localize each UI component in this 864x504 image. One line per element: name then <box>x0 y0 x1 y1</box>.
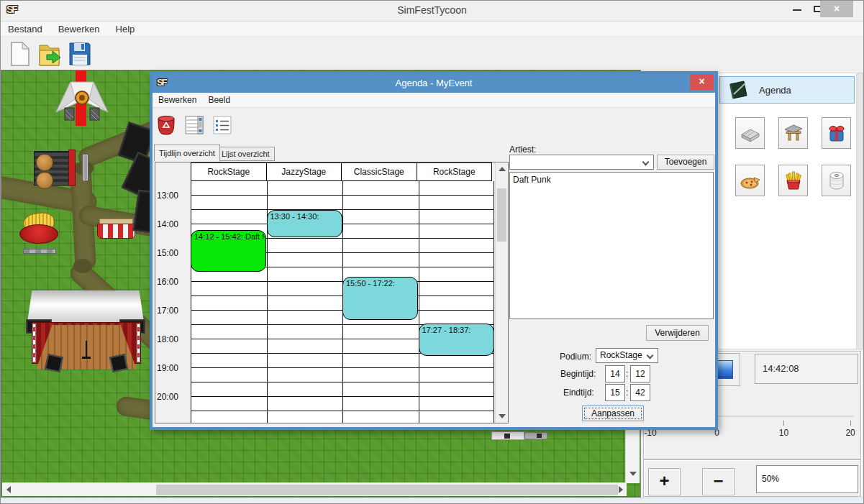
apply-button[interactable]: Aanpassen <box>582 406 644 421</box>
timetable-header: RockStageJazzyStageClassicStageRockStage <box>191 162 495 181</box>
end-time-label: Eindtijd: <box>563 388 594 398</box>
shop-item-fries[interactable] <box>778 165 808 196</box>
scrollbar-thumb[interactable] <box>156 485 618 495</box>
shop-item-stage-gate[interactable] <box>778 117 808 149</box>
list-view-button[interactable] <box>212 114 233 136</box>
new-file-button[interactable] <box>6 40 32 68</box>
toilet-paper-icon <box>826 170 847 191</box>
tab-list-overview[interactable]: Lijst overzicht <box>217 147 275 161</box>
trash-icon <box>155 114 177 136</box>
road-tile-icon <box>740 122 761 144</box>
fries-stand[interactable] <box>19 224 58 244</box>
agenda-dialog: SF Agenda - MyEvent × Bewerken Beeld <box>150 71 718 430</box>
shop-item-pizza[interactable] <box>735 165 765 196</box>
zoom-level-field[interactable]: 50% <box>756 465 858 493</box>
agenda-book-icon <box>727 79 749 101</box>
time-label: 19:00 <box>157 363 188 373</box>
dialog-menu-beeld[interactable]: Beeld <box>208 95 230 105</box>
new-file-icon <box>6 40 32 68</box>
tent[interactable] <box>53 79 111 124</box>
delete-button[interactable] <box>155 114 177 136</box>
time-colon: : <box>626 369 628 379</box>
time-label: 13:00 <box>157 191 188 201</box>
stage-monitor <box>45 354 63 372</box>
menu-bar: Bestand Bewerken Help <box>1 21 863 37</box>
map-horizontal-scrollbar[interactable] <box>2 482 627 496</box>
chevron-down-icon <box>642 159 650 166</box>
agenda-button-label: Agenda <box>759 85 791 96</box>
podium-dropdown[interactable]: RockStage <box>596 348 658 363</box>
open-file-button[interactable] <box>37 40 63 68</box>
agenda-event[interactable]: 13:30 - 14:30: <box>267 210 342 237</box>
map-vehicle <box>524 432 547 439</box>
begin-minute-field[interactable]: 12 <box>630 365 650 382</box>
menu-bewerken[interactable]: Bewerken <box>58 24 100 35</box>
timeline-view-icon <box>183 114 205 136</box>
map-vehicle <box>504 434 510 439</box>
agenda-event[interactable]: 15:50 - 17:22: <box>342 277 418 319</box>
shop-item-road-tile[interactable] <box>735 117 765 149</box>
slider-tick <box>850 421 851 426</box>
burger <box>36 154 53 171</box>
scroll-down-icon[interactable] <box>499 414 506 418</box>
striped-stall[interactable] <box>97 224 135 239</box>
slider-tick-label: 10 <box>779 428 788 438</box>
dialog-toolbar <box>153 108 715 139</box>
time-label: 17:00 <box>157 306 188 316</box>
agenda-event[interactable]: 14:12 - 15:42: Daft P <box>191 230 266 272</box>
save-floppy-icon <box>67 40 93 68</box>
title-bar[interactable]: SF SimFestTycoon × <box>1 1 863 21</box>
artist-dropdown[interactable] <box>509 155 654 170</box>
begin-time-label: Begintijd: <box>560 369 596 379</box>
dialog-menu-bewerken[interactable]: Bewerken <box>158 95 196 105</box>
shop-item-gift[interactable] <box>822 117 851 149</box>
scroll-up-icon[interactable] <box>499 167 506 171</box>
scroll-down-icon[interactable] <box>629 472 637 476</box>
add-artist-button[interactable]: Toevoegen <box>657 155 714 170</box>
minimize-button[interactable] <box>793 9 801 11</box>
time-label: 15:00 <box>157 248 188 258</box>
end-hour-field[interactable]: 15 <box>605 384 625 401</box>
dialog-title-bar[interactable]: SF Agenda - MyEvent × <box>153 74 715 93</box>
scroll-right-icon[interactable] <box>619 486 623 493</box>
save-button[interactable] <box>67 40 93 68</box>
panel-scrollbar[interactable] <box>858 73 863 349</box>
column-header: ClassicStage <box>341 162 417 181</box>
time-label: 16:00 <box>157 277 188 287</box>
main-toolbar <box>1 37 863 70</box>
stage-pole <box>32 324 36 362</box>
open-folder-icon <box>37 40 63 68</box>
dialog-close-button[interactable]: × <box>690 74 714 90</box>
timetable-scrollbar[interactable] <box>495 162 508 423</box>
burger <box>36 172 53 189</box>
path-junction <box>73 259 92 273</box>
artist-list-item[interactable]: Daft Punk <box>510 173 713 185</box>
time-label: 18:00 <box>157 334 188 344</box>
artist-listbox[interactable]: Daft Punk <box>509 172 714 319</box>
timeline-view-button[interactable] <box>183 114 205 136</box>
scroll-left-icon[interactable] <box>6 486 11 493</box>
time-colon: : <box>626 388 628 398</box>
timetable-body[interactable]: 14:12 - 15:42: Daft P13:30 - 14:30:15:50… <box>191 181 494 423</box>
begin-hour-field[interactable]: 14 <box>605 365 625 382</box>
end-minute-field[interactable]: 42 <box>630 384 650 401</box>
microphone-stand <box>86 341 87 357</box>
time-gutter: 13:0014:0015:0016:0017:0018:0019:0020:00 <box>155 162 191 423</box>
app-title: SimFestTycoon <box>1 4 863 16</box>
menu-bestand[interactable]: Bestand <box>8 24 42 35</box>
zoom-out-button[interactable]: − <box>702 468 735 495</box>
zoom-in-button[interactable]: + <box>648 468 681 495</box>
stage-gate-icon <box>783 122 804 144</box>
remove-artist-button[interactable]: Verwijderen <box>646 325 709 341</box>
scrollbar-thumb[interactable] <box>497 188 506 242</box>
menu-help[interactable]: Help <box>116 24 135 35</box>
agenda-button[interactable]: Agenda <box>719 76 855 104</box>
burger-stand-counter <box>68 150 76 186</box>
shop-item-toilet-paper[interactable] <box>822 165 851 196</box>
close-button[interactable]: × <box>820 1 853 17</box>
slider-tick-label: 20 <box>845 428 855 438</box>
dialog-title: Agenda - MyEvent <box>153 78 715 88</box>
agenda-event[interactable]: 17:27 - 18:37: <box>419 324 494 356</box>
tab-timeline-overview[interactable]: Tijdlijn overzicht <box>154 145 220 162</box>
podium-value: RockStage <box>600 350 642 360</box>
